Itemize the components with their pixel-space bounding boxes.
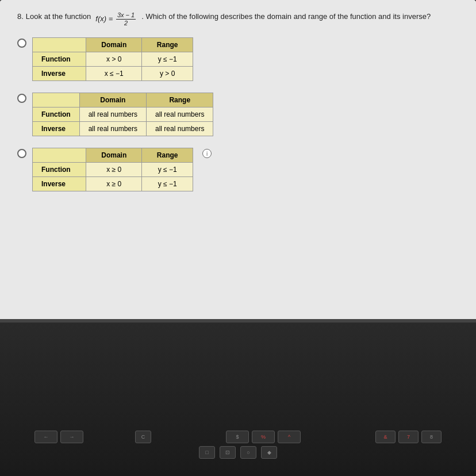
option-b[interactable]: Domain Range Function all real numbers a… xyxy=(17,93,459,136)
col-header-range-c: Range xyxy=(142,148,193,163)
key-square[interactable]: □ xyxy=(199,446,215,459)
key-8[interactable]: 8 xyxy=(421,431,442,443)
function-domain-b: all real numbers xyxy=(79,108,146,122)
inverse-domain-c: x ≥ 0 xyxy=(86,177,142,191)
key-percent[interactable]: % xyxy=(252,431,275,443)
question-text: Look at the function xyxy=(26,11,91,22)
row-label-function-b: Function xyxy=(33,108,80,122)
inverse-range-a: y > 0 xyxy=(142,67,193,81)
key-arrow-right[interactable]: → xyxy=(60,431,83,443)
table-a: Domain Range Function x > 0 y ≤ −1 Inver… xyxy=(32,37,193,81)
function-range-c: y ≤ −1 xyxy=(142,163,193,177)
key-c[interactable]: C xyxy=(135,431,151,443)
radio-c[interactable] xyxy=(17,149,26,158)
col-header-empty-a xyxy=(33,38,86,52)
inverse-range-b: all real numbers xyxy=(147,122,213,136)
function-domain-c: x ≥ 0 xyxy=(86,163,142,177)
function-domain-a: x > 0 xyxy=(86,52,142,67)
keyboard-row-bottom: □ ⊡ ○ ◆ xyxy=(34,446,442,459)
key-circle[interactable]: ○ xyxy=(240,446,256,459)
row-label-inverse-b: Inverse xyxy=(33,122,80,136)
row-label-inverse-c: Inverse xyxy=(33,177,86,191)
table-row: Function x > 0 y ≤ −1 xyxy=(33,52,193,67)
row-label-function-a: Function xyxy=(33,52,86,67)
col-header-range-a: Range xyxy=(142,38,193,52)
inverse-range-c: y ≤ −1 xyxy=(142,177,193,191)
inverse-domain-b: all real numbers xyxy=(79,122,146,136)
col-header-domain-c: Domain xyxy=(86,148,142,163)
keyboard-bezel: ← → C $ % ^ & 7 8 □ ⊡ ○ ◆ xyxy=(0,319,476,476)
table-b: Domain Range Function all real numbers a… xyxy=(32,93,213,136)
table-row: Inverse x ≥ 0 y ≤ −1 xyxy=(33,177,193,191)
question-tail: . Which of the following describes the d… xyxy=(141,11,431,22)
key-ampersand[interactable]: & xyxy=(375,431,396,443)
col-header-domain-b: Domain xyxy=(79,93,146,108)
table-row: Function x ≥ 0 y ≤ −1 xyxy=(33,163,193,177)
screen: 8. Look at the function f(x) = 3x − 12 .… xyxy=(0,0,476,322)
question-number: 8. xyxy=(17,11,24,22)
row-label-function-c: Function xyxy=(33,163,86,177)
table-row: Function all real numbers all real numbe… xyxy=(33,108,213,122)
col-header-empty-c xyxy=(33,148,86,163)
keyboard-row-top: ← → C $ % ^ & 7 8 xyxy=(34,431,442,443)
radio-b[interactable] xyxy=(17,94,26,103)
table-c: Domain Range Function x ≥ 0 y ≤ −1 Inver… xyxy=(32,148,193,191)
col-header-domain-a: Domain xyxy=(86,38,142,52)
key-dot[interactable]: ◆ xyxy=(261,446,277,459)
table-row: Inverse all real numbers all real number… xyxy=(33,122,213,136)
inverse-domain-a: x ≤ −1 xyxy=(86,67,142,81)
key-7[interactable]: 7 xyxy=(398,431,419,443)
radio-a[interactable] xyxy=(17,39,26,48)
row-label-inverse-a: Inverse xyxy=(33,67,86,81)
key-arrow-left[interactable]: ← xyxy=(34,431,57,443)
table-row: Inverse x ≤ −1 y > 0 xyxy=(33,67,193,81)
function-range-b: all real numbers xyxy=(147,108,213,122)
col-header-empty-b xyxy=(33,93,80,108)
option-a[interactable]: Domain Range Function x > 0 y ≤ −1 Inver… xyxy=(17,37,459,81)
col-header-range-b: Range xyxy=(147,93,213,108)
formula: f(x) = 3x − 12 xyxy=(95,11,137,27)
key-filled-square[interactable]: ⊡ xyxy=(220,446,236,459)
key-dollar[interactable]: $ xyxy=(226,431,249,443)
info-icon[interactable]: i xyxy=(202,149,212,158)
option-c[interactable]: Domain Range Function x ≥ 0 y ≤ −1 Inver… xyxy=(17,148,459,191)
question-header: 8. Look at the function f(x) = 3x − 12 .… xyxy=(17,11,459,27)
key-caret[interactable]: ^ xyxy=(278,431,301,443)
function-range-a: y ≤ −1 xyxy=(142,52,193,67)
